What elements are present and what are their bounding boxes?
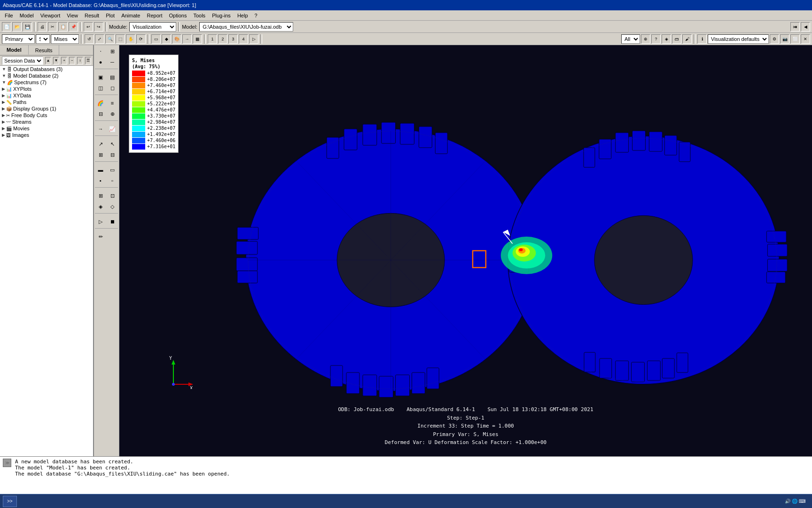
tree-expand-0[interactable]: ▼	[2, 67, 6, 71]
icon-xy-plot[interactable]: 📈	[107, 124, 118, 134]
first-frame-btn[interactable]: ⏮	[790, 22, 800, 32]
step1-btn[interactable]: 1	[208, 34, 217, 44]
tree-expand-10[interactable]: ▶	[2, 133, 5, 137]
session-select[interactable]: Session Data	[2, 56, 43, 65]
icon-face-front[interactable]: ▣	[95, 72, 106, 82]
mises-select[interactable]: Mises	[51, 34, 79, 44]
icon-disp1[interactable]: ⊞	[95, 190, 106, 201]
tree-expand-3[interactable]: ▶	[2, 87, 5, 91]
tree-expand-9[interactable]: ▶	[2, 126, 5, 131]
display-group-btn[interactable]: ◈	[662, 34, 671, 44]
tree-item-8[interactable]: ▶〰Streams	[0, 119, 93, 125]
menu-model[interactable]: Model	[17, 12, 37, 19]
menu-viewport[interactable]: Viewport	[38, 12, 63, 19]
save-btn[interactable]: 💾	[23, 22, 32, 32]
tree-expand-1[interactable]: ▼	[2, 73, 6, 78]
undo-btn[interactable]: ↩	[84, 22, 93, 32]
copy-btn[interactable]: 📋	[58, 22, 68, 32]
icon-mesh-nodes[interactable]: ⬝	[95, 46, 106, 56]
menu-animate[interactable]: Animate	[118, 12, 143, 19]
session-up-btn[interactable]: ▲	[45, 57, 51, 64]
new-btn[interactable]: 📄	[2, 22, 11, 32]
s-select[interactable]: S	[36, 34, 50, 44]
plot-undeformed-btn[interactable]: ▭	[151, 34, 161, 44]
step4-btn[interactable]: 4	[239, 34, 248, 44]
menu-help[interactable]: Help	[234, 12, 251, 19]
tree-item-7[interactable]: ▶✂Free Body Cuts	[0, 112, 93, 119]
viewport[interactable]: S, Mises (Avg: 75%) +8.952e+07+8.206e+07…	[119, 45, 812, 456]
step2-btn[interactable]: 2	[218, 34, 227, 44]
session-del-btn[interactable]: −	[69, 57, 75, 64]
color-code-btn[interactable]: 🖌	[682, 34, 692, 44]
zoom-btn[interactable]: 🔍	[105, 34, 115, 44]
step3-btn[interactable]: 3	[228, 34, 238, 44]
icon-lines[interactable]: ─	[107, 57, 118, 67]
primary-select[interactable]: Primary	[2, 34, 35, 44]
icon-anim2[interactable]: ⏹	[107, 216, 118, 227]
module-select[interactable]: Visualization	[129, 22, 176, 32]
animate-btn[interactable]: ▷	[249, 34, 258, 44]
menu-help2[interactable]: ?	[252, 12, 260, 19]
icon-path2[interactable]: ↖	[107, 139, 118, 149]
open-btn[interactable]: 📂	[12, 22, 22, 32]
rotate-btn[interactable]: ⟳	[136, 34, 146, 44]
icon-path1[interactable]: ↗	[95, 139, 106, 149]
tree-item-1[interactable]: ▼🗄Model Database (2)	[0, 72, 93, 79]
tree-item-2[interactable]: ▼🌈Spectrums (7)	[0, 79, 93, 86]
icon-anim1[interactable]: ▷	[95, 216, 106, 227]
icon-sketch1[interactable]: ✏	[95, 231, 106, 242]
options-btn[interactable]: ⚙	[770, 34, 779, 44]
model-select[interactable]: G:\Abaqus_files\XIU\Job-fuzai.odb	[199, 22, 293, 32]
tree-expand-7[interactable]: ▶	[2, 113, 5, 118]
menu-result[interactable]: Result	[82, 12, 102, 19]
icon-result-field[interactable]: ⊟	[95, 109, 106, 119]
plot-material-btn[interactable]: ▦	[193, 34, 202, 44]
fit-btn[interactable]: ⤢	[95, 34, 104, 44]
maximize-btn[interactable]: ⬜	[790, 34, 800, 44]
icon-face-back[interactable]: ▤	[107, 72, 118, 82]
icon-disp4[interactable]: ◇	[107, 201, 118, 212]
probe-btn[interactable]: ⊕	[641, 34, 650, 44]
taskbar-expand-btn[interactable]: >>	[3, 496, 17, 507]
plot-symbol-btn[interactable]: →	[182, 34, 192, 44]
menu-report[interactable]: Report	[144, 12, 165, 19]
tab-results[interactable]: Results	[29, 45, 60, 55]
icon-contour-type1[interactable]: 🌈	[95, 98, 106, 108]
session-info-btn[interactable]: i	[77, 57, 83, 64]
prev-frame-btn[interactable]: ◀	[801, 22, 810, 32]
redo-btn[interactable]: ↪	[94, 22, 103, 32]
tree-item-0[interactable]: ▼🗄Output Databases (3)	[0, 66, 93, 72]
icon-contour-type2[interactable]: ≡	[107, 98, 118, 108]
query-btn[interactable]: ?	[651, 34, 661, 44]
menu-file[interactable]: File	[2, 12, 16, 19]
info-btn[interactable]: ℹ	[697, 34, 707, 44]
menu-tools[interactable]: Tools	[190, 12, 208, 19]
tab-model[interactable]: Model	[0, 45, 29, 55]
tree-item-10[interactable]: ▶🖼Images	[0, 132, 93, 138]
close-viewport-btn[interactable]: ✕	[801, 34, 810, 44]
reset-btn[interactable]: ↺	[85, 34, 94, 44]
paste-btn[interactable]: 📌	[69, 22, 78, 32]
session-down-btn[interactable]: ▼	[53, 57, 59, 64]
cut-btn[interactable]: ✂	[48, 22, 57, 32]
menu-view[interactable]: View	[64, 12, 81, 19]
odb-display-btn[interactable]: 🗃	[672, 34, 681, 44]
icon-mesh-line[interactable]: ◻	[107, 83, 118, 93]
tree-expand-4[interactable]: ▶	[2, 93, 5, 98]
tree-item-6[interactable]: ▶📦Display Groups (1)	[0, 105, 93, 112]
icon-points[interactable]: ●	[95, 57, 106, 67]
tree-item-4[interactable]: ▶📊XYData	[0, 92, 93, 99]
menu-options[interactable]: Options	[166, 12, 190, 19]
zoom-box-btn[interactable]: ⬚	[116, 34, 125, 44]
icon-cut1[interactable]: ⊞	[95, 150, 106, 160]
plot-deformed-btn[interactable]: ◆	[162, 34, 171, 44]
tree-item-9[interactable]: ▶🎬Movies	[0, 125, 93, 132]
tree-expand-8[interactable]: ▶	[2, 119, 5, 124]
icon-bar2[interactable]: ▭	[107, 165, 118, 175]
plot-contour-btn[interactable]: 🎨	[172, 34, 181, 44]
icon-cut2[interactable]: ⊟	[107, 150, 118, 160]
tree-expand-5[interactable]: ▶	[2, 100, 5, 104]
session-filter-btn[interactable]: ☰	[85, 57, 91, 64]
tree-item-3[interactable]: ▶📊XYPlots	[0, 86, 93, 92]
session-add-btn[interactable]: +	[61, 57, 67, 64]
